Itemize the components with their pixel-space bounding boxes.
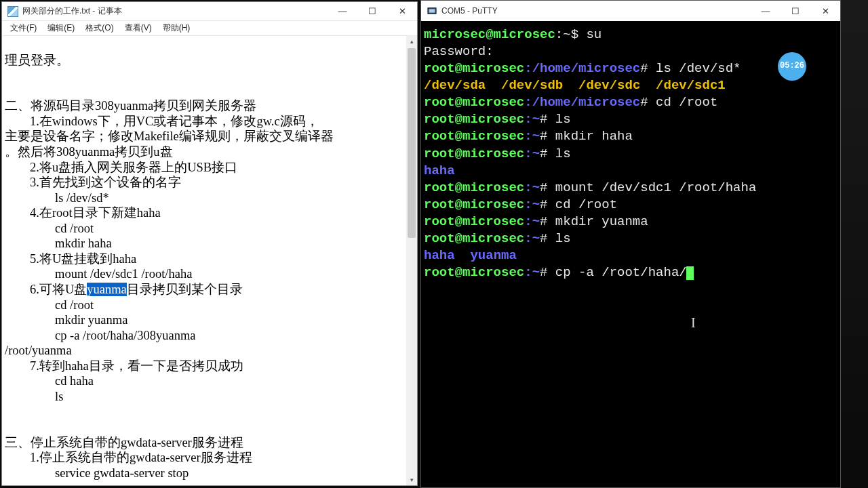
text-line: 主要是设备名字；修改Makefile编译规则，屏蔽交叉编译器 <box>5 129 334 143</box>
right-background-strip <box>841 0 868 488</box>
notepad-window: 网关部分的工作.txt - 记事本 — ☐ ✕ 文件(F) 编辑(E) 格式(O… <box>1 1 418 486</box>
term-line: Password: <box>424 43 837 60</box>
maximize-button[interactable]: ☐ <box>781 1 810 21</box>
text-line: 理员登录。 <box>5 54 69 67</box>
term-line: root@microsec:~# ls <box>424 230 837 247</box>
text-line: cd /root <box>5 298 94 312</box>
text-line: service gwdata-server stop <box>5 466 189 480</box>
minimize-button[interactable]: — <box>751 1 781 21</box>
term-line: root@microsec:~# cp -a /root/haha/ <box>424 264 837 281</box>
notepad-menubar: 文件(F) 编辑(E) 格式(O) 查看(V) 帮助(H) <box>2 21 417 36</box>
notepad-titlebar[interactable]: 网关部分的工作.txt - 记事本 — ☐ ✕ <box>2 2 417 21</box>
scroll-up-icon[interactable]: ▴ <box>406 36 417 47</box>
text-line: 二、将源码目录308yuanma拷贝到网关服务器 <box>5 99 256 113</box>
text-line: ls <box>5 390 63 403</box>
term-line: root@microsec:~# cd /root <box>424 197 837 214</box>
putty-window: COM5 - PuTTY — ☐ ✕ microsec@microsec:~$ … <box>420 0 841 488</box>
term-line: root@microsec:~# mkdir yuanma <box>424 214 837 230</box>
text-line: 3.首先找到这个设备的名字 <box>5 176 181 189</box>
text-line: 三、停止系统自带的gwdata-server服务进程 <box>5 436 243 449</box>
notepad-text-area[interactable]: 理员登录。 二、将源码目录308yuanma拷贝到网关服务器 1.在window… <box>2 36 417 485</box>
term-line: haha yuanma <box>424 247 837 264</box>
term-line: root@microsec:~# mount /dev/sdc1 /root/h… <box>424 180 837 197</box>
svg-rect-1 <box>429 9 435 12</box>
maximize-button[interactable]: ☐ <box>357 2 387 21</box>
notepad-app-icon <box>7 6 18 17</box>
text-line: mkdir yuanma <box>5 313 127 327</box>
text-line: ls /dev/sd* <box>5 191 109 205</box>
scroll-down-icon[interactable]: ▾ <box>406 474 417 485</box>
term-line: haha <box>424 163 837 180</box>
terminal-cursor <box>686 266 694 280</box>
term-line: root@microsec:~# ls <box>424 146 837 163</box>
text-line: 7.转到haha目录，看一下是否拷贝成功 <box>5 359 243 373</box>
terminal-area[interactable]: microsec@microsec:~$ su Password: root@m… <box>421 21 840 487</box>
text-line: mkdir haha <box>5 237 112 250</box>
text-line: cd haha <box>5 374 94 388</box>
text-caret-icon: I <box>691 314 696 331</box>
text-line: /root/yuanma <box>5 344 72 357</box>
menu-format[interactable]: 格式(O) <box>80 21 119 35</box>
text-line: 1.在windows下，用VC或者记事本，修改gw.c源码， <box>5 115 319 128</box>
term-line: root@microsec:/home/microsec# cd /root <box>424 94 837 111</box>
term-line: microsec@microsec:~$ su <box>424 26 837 43</box>
notepad-title: 网关部分的工作.txt - 记事本 <box>22 5 328 17</box>
term-line: root@microsec:/home/microsec# ls /dev/sd… <box>424 60 837 77</box>
menu-view[interactable]: 查看(V) <box>119 21 157 35</box>
text-line: 1.停止系统自带的gwdata-server服务进程 <box>5 451 252 464</box>
text-line: cp -a /root/haha/308yuanma <box>5 329 196 342</box>
close-button[interactable]: ✕ <box>387 2 417 21</box>
term-line: root@microsec:~# ls <box>424 111 837 128</box>
minimize-button[interactable]: — <box>328 2 357 21</box>
text-line: 6.可将U盘yuanma目录拷贝到某个目录 <box>5 283 243 296</box>
text-line: 4.在root目录下新建haha <box>5 206 161 220</box>
term-line: /dev/sda /dev/sdb /dev/sdc /dev/sdc1 <box>424 77 837 94</box>
menu-help[interactable]: 帮助(H) <box>157 21 196 35</box>
menu-edit[interactable]: 编辑(E) <box>42 21 80 35</box>
putty-titlebar[interactable]: COM5 - PuTTY — ☐ ✕ <box>421 1 840 21</box>
menu-file[interactable]: 文件(F) <box>5 21 42 35</box>
text-line: 5.将U盘挂载到haha <box>5 252 136 266</box>
putty-app-icon <box>427 5 437 16</box>
putty-title: COM5 - PuTTY <box>441 6 751 16</box>
selected-text: yuanma <box>87 283 127 296</box>
close-button[interactable]: ✕ <box>810 1 840 21</box>
text-line: cd /root <box>5 222 94 235</box>
term-line: root@microsec:~# mkdir haha <box>424 128 837 145</box>
text-line: 2.将u盘插入网关服务器上的USB接口 <box>5 161 237 174</box>
text-line: mount /dev/sdc1 /root/haha <box>5 267 192 281</box>
text-line: 。然后将308yuanma拷贝到u盘 <box>5 145 173 159</box>
vertical-scrollbar[interactable]: ▴ ▾ <box>406 36 417 485</box>
timestamp-badge: 05:26 <box>778 52 806 81</box>
scroll-thumb[interactable] <box>408 48 416 238</box>
